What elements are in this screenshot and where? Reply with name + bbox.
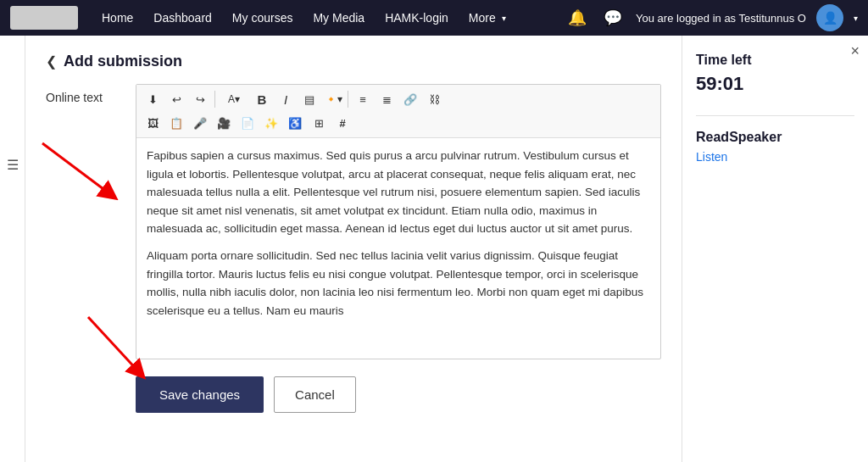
- nav-right: 🔔 💬 You are logged in as Testitunnus O 👤…: [565, 4, 858, 31]
- form-buttons: Save changes Cancel: [46, 376, 661, 413]
- tb-unlink-icon[interactable]: ⛓: [423, 88, 445, 110]
- time-left-title: Time left: [696, 53, 854, 68]
- readspeaker-section: ReadSpeaker Listen: [696, 130, 854, 164]
- toolbar-row-2: 🖼 📋 🎤 🎥 📄 ✨ ♿ ⊞ #: [142, 112, 655, 134]
- avatar-chevron-icon: ▾: [854, 14, 858, 23]
- toolbar-row-1: ⬇ ↩ ↪ A▾ B I ▤ 🔸▾ ≡ ≣ 🔗: [142, 88, 655, 110]
- editor-paragraph-2: Aliquam porta ornare sollicitudin. Sed n…: [147, 247, 650, 320]
- avatar[interactable]: 👤: [816, 4, 843, 31]
- nav-dashboard[interactable]: Dashboard: [143, 0, 222, 36]
- tb-redo-icon[interactable]: ↪: [189, 88, 211, 110]
- readspeaker-title: ReadSpeaker: [696, 130, 854, 145]
- tb-accessibility-icon[interactable]: ♿: [284, 112, 306, 134]
- editor-paragraph-1: Fapibus sapien a cursus maximus. Sed qui…: [147, 147, 650, 238]
- nav-user-text: You are logged in as Testitunnus O: [636, 12, 806, 25]
- editor-content[interactable]: Fapibus sapien a cursus maximus. Sed qui…: [136, 138, 660, 359]
- tb-ordered-list-icon[interactable]: ≣: [376, 88, 398, 110]
- toolbar-divider-2: [348, 91, 348, 108]
- collapse-chevron-icon[interactable]: ❮: [46, 53, 57, 70]
- nav-links: Home Dashboard My courses My Media HAMK-…: [92, 0, 565, 36]
- tb-video-icon[interactable]: 🎥: [213, 112, 235, 134]
- time-left-section: Time left 59:01: [696, 53, 854, 95]
- tb-color-icon[interactable]: 🔸▾: [322, 88, 344, 110]
- tb-italic-icon[interactable]: I: [275, 88, 297, 110]
- sidebar-toggle-button[interactable]: ☰: [3, 154, 23, 175]
- notification-bell-icon[interactable]: 🔔: [565, 5, 590, 31]
- listen-link[interactable]: Listen: [696, 150, 727, 164]
- close-button[interactable]: ×: [850, 42, 860, 60]
- tb-special-icon[interactable]: ✨: [260, 112, 282, 134]
- tb-font-icon[interactable]: A▾: [219, 88, 249, 110]
- tb-undo2-icon[interactable]: ↩: [165, 88, 187, 110]
- tb-document-icon[interactable]: 📄: [236, 112, 259, 134]
- nav-mymedia[interactable]: My Media: [303, 0, 375, 36]
- tb-format-icon[interactable]: ▤: [298, 88, 320, 110]
- navbar-logo: [10, 6, 78, 30]
- save-button[interactable]: Save changes: [136, 376, 264, 413]
- content-area: ❮ Add submission Online text: [25, 36, 682, 462]
- tb-bold-icon[interactable]: B: [251, 88, 273, 110]
- main-container: ☰ ❮ Add submission Online text: [0, 36, 868, 462]
- sidebar-toggle-area: ☰: [0, 36, 25, 462]
- editor-wrapper: ⬇ ↩ ↪ A▾ B I ▤ 🔸▾ ≡ ≣ 🔗: [136, 84, 661, 359]
- editor-toolbar: ⬇ ↩ ↪ A▾ B I ▤ 🔸▾ ≡ ≣ 🔗: [136, 85, 660, 138]
- navbar: Home Dashboard My courses My Media HAMK-…: [0, 0, 868, 36]
- nav-hamklogin[interactable]: HAMK-login: [375, 0, 459, 36]
- form-row: Online text ⬇ ↩: [46, 84, 661, 359]
- nav-more[interactable]: More ▾: [459, 0, 516, 36]
- tb-hashtag-icon[interactable]: #: [331, 112, 353, 134]
- toolbar-divider-1: [214, 91, 215, 108]
- right-panel: × Time left 59:01 ReadSpeaker Listen: [682, 36, 868, 462]
- add-submission-header: ❮ Add submission: [46, 53, 661, 70]
- form-label: Online text: [46, 84, 122, 359]
- tb-undo-icon[interactable]: ⬇: [142, 88, 164, 110]
- time-left-value: 59:01: [696, 73, 854, 95]
- tb-table-icon[interactable]: ⊞: [308, 112, 330, 134]
- nav-home[interactable]: Home: [92, 0, 143, 36]
- tb-image-icon[interactable]: 🖼: [142, 112, 164, 134]
- nav-mycourses[interactable]: My courses: [222, 0, 303, 36]
- chat-icon[interactable]: 💬: [600, 5, 626, 31]
- tb-audio-icon[interactable]: 🎤: [189, 112, 211, 134]
- chevron-down-icon: ▾: [502, 14, 506, 23]
- panel-divider: [696, 115, 854, 116]
- tb-paste-icon[interactable]: 📋: [165, 112, 187, 134]
- tb-link-icon[interactable]: 🔗: [399, 88, 421, 110]
- menu-icon: ☰: [7, 158, 19, 172]
- page-title: Add submission: [64, 53, 182, 70]
- cancel-button[interactable]: Cancel: [274, 376, 356, 413]
- tb-unordered-list-icon[interactable]: ≡: [352, 88, 374, 110]
